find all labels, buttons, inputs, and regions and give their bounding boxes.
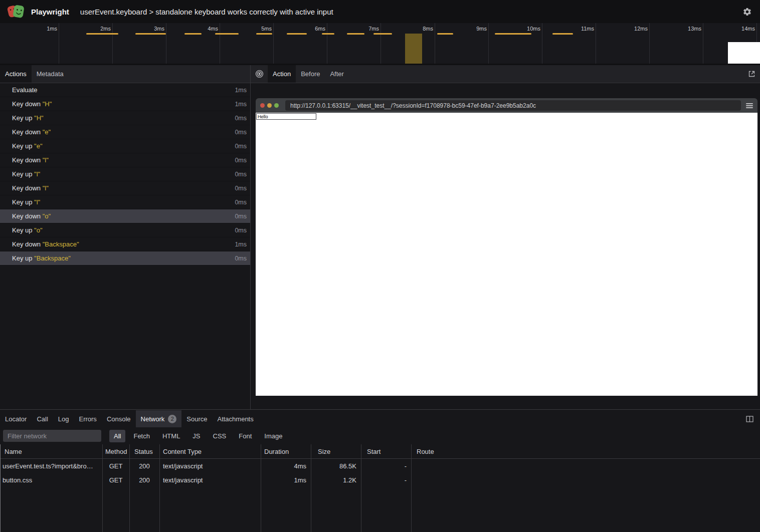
- timeline-tick-label: 2ms: [100, 26, 111, 32]
- column-separator: [159, 444, 160, 532]
- tab-locator[interactable]: Locator: [0, 410, 32, 427]
- timeline-action-dash: [495, 33, 531, 35]
- timeline-gridline: [112, 23, 113, 64]
- action-value: "o": [34, 226, 42, 234]
- tab-after-label: After: [330, 70, 343, 78]
- action-row[interactable]: Key down "Backspace"1ms: [0, 237, 250, 251]
- playwright-logo-icon: [7, 4, 25, 20]
- tab-call[interactable]: Call: [32, 410, 53, 427]
- column-separator: [102, 444, 103, 532]
- column-header-content-type: Content Type: [159, 448, 261, 455]
- filter-chip-fetch[interactable]: Fetch: [129, 430, 154, 442]
- cell-start: -: [361, 476, 411, 484]
- filter-chip-css[interactable]: CSS: [209, 430, 231, 442]
- action-duration: 1ms: [235, 241, 247, 248]
- tab-after[interactable]: After: [325, 65, 348, 83]
- main-panes: ActionsMetadata Evaluate1msKey down "H"1…: [0, 65, 760, 409]
- action-row[interactable]: Key down "H"1ms: [0, 97, 250, 111]
- timeline-action-dash: [215, 33, 239, 35]
- timeline-action-dash: [287, 33, 307, 35]
- timeline-gridline: [381, 23, 381, 64]
- tab-network[interactable]: Network2: [136, 410, 182, 427]
- tab-log[interactable]: Log: [53, 410, 74, 427]
- action-value: "o": [43, 212, 51, 220]
- column-header-status: Status: [129, 448, 159, 455]
- timeline-gridline: [220, 23, 220, 64]
- pick-locator-target-icon[interactable]: [251, 65, 268, 83]
- action-row[interactable]: Key up "Backspace"0ms: [0, 251, 250, 265]
- timeline-tick-label: 7ms: [368, 26, 379, 32]
- timeline-gridline: [542, 23, 542, 64]
- tab-action[interactable]: Action: [268, 65, 296, 83]
- action-value: "l": [34, 198, 40, 206]
- timeline-tick-label: 8ms: [423, 26, 433, 32]
- filter-chip-html[interactable]: HTML: [158, 430, 184, 442]
- settings-gear-icon[interactable]: [741, 6, 753, 18]
- action-name: Key up: [12, 254, 34, 262]
- network-table: NameMethodStatusContent TypeDurationSize…: [0, 444, 760, 532]
- network-filter-input[interactable]: [3, 430, 101, 442]
- tab-before[interactable]: Before: [296, 65, 325, 83]
- action-row[interactable]: Evaluate1ms: [0, 83, 250, 97]
- action-row[interactable]: Key down "o"0ms: [0, 209, 250, 223]
- tab-console[interactable]: Console: [102, 410, 136, 427]
- tab-actions[interactable]: Actions: [0, 65, 32, 83]
- timeline-action-dash: [552, 33, 573, 35]
- timeline-tick-label: 1ms: [47, 26, 57, 32]
- timeline[interactable]: 1ms2ms3ms4ms5ms6ms7ms8ms9ms10ms11ms12ms1…: [0, 23, 760, 65]
- action-value: "l": [34, 170, 40, 178]
- filter-chip-all[interactable]: All: [109, 430, 125, 442]
- action-row[interactable]: Key up "l"0ms: [0, 167, 250, 181]
- action-name: Key up: [12, 226, 34, 234]
- timeline-gridline: [488, 23, 489, 64]
- open-snapshot-external-link-icon[interactable]: [743, 65, 760, 83]
- column-header-method: Method: [102, 448, 129, 455]
- action-duration: 0ms: [235, 199, 247, 206]
- action-value: "e": [34, 142, 42, 150]
- action-name: Key down: [12, 100, 43, 108]
- timeline-gridline: [166, 23, 166, 64]
- tab-metadata-label: Metadata: [37, 70, 64, 78]
- filter-chip-font[interactable]: Font: [234, 430, 256, 442]
- tab-source[interactable]: Source: [181, 410, 212, 427]
- action-name: Key down: [12, 184, 43, 192]
- action-duration: 0ms: [235, 143, 247, 150]
- network-filter-row: AllFetchHTMLJSCSSFontImage: [0, 427, 760, 444]
- cell-name: userEvent.test.ts?import&bro…: [0, 462, 102, 470]
- tab-attachments[interactable]: Attachments: [212, 410, 258, 427]
- action-value: "e": [43, 128, 51, 136]
- tab-metadata[interactable]: Metadata: [32, 65, 69, 83]
- timeline-action-dash: [184, 33, 202, 35]
- column-header-name: Name: [0, 448, 102, 455]
- cell-content_type: text/javascript: [159, 462, 261, 470]
- action-row[interactable]: Key up "o"0ms: [0, 223, 250, 237]
- action-row[interactable]: Key down "e"0ms: [0, 125, 250, 139]
- tab-source-label: Source: [186, 415, 207, 423]
- timeline-gridline: [703, 23, 703, 64]
- filter-chip-js[interactable]: JS: [188, 430, 205, 442]
- tab-locator-label: Locator: [5, 415, 27, 423]
- browser-snapshot: http://127.0.0.1:63315/__vitest_test__/?…: [256, 98, 757, 396]
- action-row[interactable]: Key up "l"0ms: [0, 195, 250, 209]
- split-view-icon[interactable]: [741, 410, 758, 427]
- network-request-row[interactable]: button.cssGET200text/javascript1ms1.2K-: [0, 473, 760, 487]
- tab-errors[interactable]: Errors: [74, 410, 101, 427]
- network-count-badge: 2: [168, 415, 176, 423]
- snapshot-url-bar: http://127.0.0.1:63315/__vitest_test__/?…: [285, 100, 741, 111]
- action-row[interactable]: Key up "e"0ms: [0, 139, 250, 153]
- timeline-tick-label: 14ms: [741, 26, 755, 32]
- timeline-film-strip-frame: [728, 42, 760, 64]
- action-name: Key up: [12, 142, 34, 150]
- action-row[interactable]: Key down "l"0ms: [0, 153, 250, 167]
- timeline-action-dash: [86, 33, 118, 35]
- action-row[interactable]: Key down "l"0ms: [0, 181, 250, 195]
- timeline-tick-label: 11ms: [581, 26, 594, 32]
- filter-chip-image[interactable]: Image: [260, 430, 287, 442]
- column-header-size: Size: [311, 448, 361, 455]
- action-name: Key up: [12, 198, 34, 206]
- action-name: Key down: [12, 212, 43, 220]
- network-request-row[interactable]: userEvent.test.ts?import&bro…GET200text/…: [0, 459, 760, 473]
- action-row[interactable]: Key up "H"0ms: [0, 111, 250, 125]
- cell-size: 86.5K: [311, 462, 361, 470]
- tab-before-label: Before: [301, 70, 320, 78]
